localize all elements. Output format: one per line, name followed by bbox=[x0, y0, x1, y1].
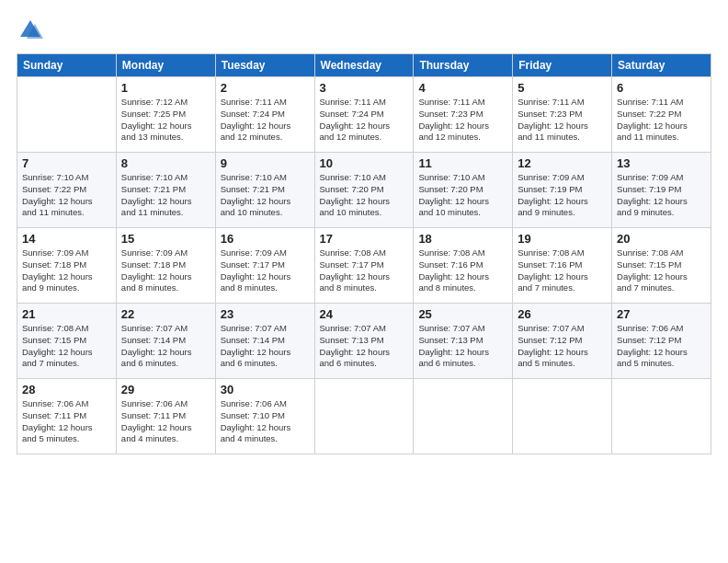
calendar-header-sunday: Sunday bbox=[17, 54, 117, 77]
day-info: Sunrise: 7:11 AM Sunset: 7:24 PM Dayligh… bbox=[221, 97, 310, 144]
calendar-cell: 26Sunrise: 7:07 AM Sunset: 7:12 PM Dayli… bbox=[513, 304, 612, 379]
day-info: Sunrise: 7:07 AM Sunset: 7:12 PM Dayligh… bbox=[518, 323, 607, 370]
calendar-cell: 22Sunrise: 7:07 AM Sunset: 7:14 PM Dayli… bbox=[116, 304, 215, 379]
header bbox=[17, 17, 711, 44]
day-info: Sunrise: 7:06 AM Sunset: 7:10 PM Dayligh… bbox=[221, 398, 310, 445]
day-info: Sunrise: 7:09 AM Sunset: 7:18 PM Dayligh… bbox=[121, 247, 210, 294]
calendar-cell: 30Sunrise: 7:06 AM Sunset: 7:10 PM Dayli… bbox=[215, 379, 314, 454]
page: SundayMondayTuesdayWednesdayThursdayFrid… bbox=[0, 0, 728, 563]
day-info: Sunrise: 7:08 AM Sunset: 7:16 PM Dayligh… bbox=[418, 247, 507, 294]
calendar-cell bbox=[314, 379, 414, 454]
calendar-cell: 9Sunrise: 7:10 AM Sunset: 7:21 PM Daylig… bbox=[215, 153, 314, 228]
calendar-cell: 3Sunrise: 7:11 AM Sunset: 7:24 PM Daylig… bbox=[314, 77, 414, 153]
calendar-cell: 11Sunrise: 7:10 AM Sunset: 7:20 PM Dayli… bbox=[414, 153, 513, 228]
calendar-cell: 10Sunrise: 7:10 AM Sunset: 7:20 PM Dayli… bbox=[314, 153, 414, 228]
day-info: Sunrise: 7:10 AM Sunset: 7:22 PM Dayligh… bbox=[22, 172, 111, 219]
day-info: Sunrise: 7:09 AM Sunset: 7:18 PM Dayligh… bbox=[22, 247, 111, 294]
calendar-cell: 1Sunrise: 7:12 AM Sunset: 7:25 PM Daylig… bbox=[116, 77, 215, 153]
calendar-header-row: SundayMondayTuesdayWednesdayThursdayFrid… bbox=[17, 54, 711, 77]
day-info: Sunrise: 7:08 AM Sunset: 7:17 PM Dayligh… bbox=[320, 247, 409, 294]
day-number: 14 bbox=[22, 232, 111, 246]
day-info: Sunrise: 7:10 AM Sunset: 7:21 PM Dayligh… bbox=[221, 172, 310, 219]
calendar-header-tuesday: Tuesday bbox=[215, 54, 314, 77]
calendar-cell: 29Sunrise: 7:06 AM Sunset: 7:11 PM Dayli… bbox=[116, 379, 215, 454]
day-number: 12 bbox=[518, 156, 607, 170]
day-number: 15 bbox=[121, 232, 210, 246]
calendar-cell: 20Sunrise: 7:08 AM Sunset: 7:15 PM Dayli… bbox=[612, 228, 711, 304]
day-info: Sunrise: 7:07 AM Sunset: 7:14 PM Dayligh… bbox=[221, 323, 310, 370]
day-number: 16 bbox=[221, 232, 310, 246]
day-number: 6 bbox=[617, 81, 706, 95]
calendar-table: SundayMondayTuesdayWednesdayThursdayFrid… bbox=[17, 53, 711, 454]
day-info: Sunrise: 7:09 AM Sunset: 7:17 PM Dayligh… bbox=[221, 247, 310, 294]
calendar-cell bbox=[17, 77, 117, 153]
day-number: 20 bbox=[617, 232, 706, 246]
day-info: Sunrise: 7:06 AM Sunset: 7:11 PM Dayligh… bbox=[22, 398, 111, 445]
day-number: 23 bbox=[221, 307, 310, 321]
day-number: 29 bbox=[121, 383, 210, 396]
day-info: Sunrise: 7:08 AM Sunset: 7:16 PM Dayligh… bbox=[518, 247, 607, 294]
calendar-week-1: 1Sunrise: 7:12 AM Sunset: 7:25 PM Daylig… bbox=[17, 77, 711, 153]
day-number: 2 bbox=[221, 81, 310, 95]
calendar-header-friday: Friday bbox=[513, 54, 612, 77]
calendar-cell: 18Sunrise: 7:08 AM Sunset: 7:16 PM Dayli… bbox=[414, 228, 513, 304]
day-number: 5 bbox=[518, 81, 607, 95]
calendar-cell: 7Sunrise: 7:10 AM Sunset: 7:22 PM Daylig… bbox=[17, 153, 117, 228]
day-info: Sunrise: 7:12 AM Sunset: 7:25 PM Dayligh… bbox=[121, 97, 210, 144]
calendar-header-thursday: Thursday bbox=[414, 54, 513, 77]
day-number: 1 bbox=[121, 81, 210, 95]
calendar-cell: 16Sunrise: 7:09 AM Sunset: 7:17 PM Dayli… bbox=[215, 228, 314, 304]
logo bbox=[17, 17, 48, 44]
day-info: Sunrise: 7:07 AM Sunset: 7:13 PM Dayligh… bbox=[320, 323, 409, 370]
day-info: Sunrise: 7:07 AM Sunset: 7:13 PM Dayligh… bbox=[418, 323, 507, 370]
calendar-cell: 8Sunrise: 7:10 AM Sunset: 7:21 PM Daylig… bbox=[116, 153, 215, 228]
day-info: Sunrise: 7:11 AM Sunset: 7:24 PM Dayligh… bbox=[320, 97, 409, 144]
day-number: 30 bbox=[221, 383, 310, 396]
day-info: Sunrise: 7:09 AM Sunset: 7:19 PM Dayligh… bbox=[518, 172, 607, 219]
day-number: 18 bbox=[418, 232, 507, 246]
calendar-cell: 17Sunrise: 7:08 AM Sunset: 7:17 PM Dayli… bbox=[314, 228, 414, 304]
day-info: Sunrise: 7:10 AM Sunset: 7:20 PM Dayligh… bbox=[418, 172, 507, 219]
calendar-cell: 13Sunrise: 7:09 AM Sunset: 7:19 PM Dayli… bbox=[612, 153, 711, 228]
calendar-cell: 6Sunrise: 7:11 AM Sunset: 7:22 PM Daylig… bbox=[612, 77, 711, 153]
calendar-cell: 28Sunrise: 7:06 AM Sunset: 7:11 PM Dayli… bbox=[17, 379, 117, 454]
calendar-cell: 14Sunrise: 7:09 AM Sunset: 7:18 PM Dayli… bbox=[17, 228, 117, 304]
day-info: Sunrise: 7:09 AM Sunset: 7:19 PM Dayligh… bbox=[617, 172, 706, 219]
day-number: 13 bbox=[617, 156, 706, 170]
day-number: 8 bbox=[121, 156, 210, 170]
calendar-week-2: 7Sunrise: 7:10 AM Sunset: 7:22 PM Daylig… bbox=[17, 153, 711, 228]
day-number: 9 bbox=[221, 156, 310, 170]
calendar-cell: 12Sunrise: 7:09 AM Sunset: 7:19 PM Dayli… bbox=[513, 153, 612, 228]
day-info: Sunrise: 7:06 AM Sunset: 7:11 PM Dayligh… bbox=[121, 398, 210, 445]
calendar-cell: 15Sunrise: 7:09 AM Sunset: 7:18 PM Dayli… bbox=[116, 228, 215, 304]
day-number: 27 bbox=[617, 307, 706, 321]
day-info: Sunrise: 7:11 AM Sunset: 7:22 PM Dayligh… bbox=[617, 97, 706, 144]
day-number: 25 bbox=[418, 307, 507, 321]
day-info: Sunrise: 7:08 AM Sunset: 7:15 PM Dayligh… bbox=[22, 323, 111, 370]
calendar-week-3: 14Sunrise: 7:09 AM Sunset: 7:18 PM Dayli… bbox=[17, 228, 711, 304]
calendar-cell: 23Sunrise: 7:07 AM Sunset: 7:14 PM Dayli… bbox=[215, 304, 314, 379]
calendar-week-5: 28Sunrise: 7:06 AM Sunset: 7:11 PM Dayli… bbox=[17, 379, 711, 454]
calendar-cell: 2Sunrise: 7:11 AM Sunset: 7:24 PM Daylig… bbox=[215, 77, 314, 153]
day-number: 10 bbox=[320, 156, 409, 170]
day-info: Sunrise: 7:11 AM Sunset: 7:23 PM Dayligh… bbox=[418, 97, 507, 144]
calendar-cell bbox=[414, 379, 513, 454]
day-number: 4 bbox=[418, 81, 507, 95]
day-info: Sunrise: 7:10 AM Sunset: 7:20 PM Dayligh… bbox=[320, 172, 409, 219]
day-number: 17 bbox=[320, 232, 409, 246]
calendar-week-4: 21Sunrise: 7:08 AM Sunset: 7:15 PM Dayli… bbox=[17, 304, 711, 379]
day-number: 28 bbox=[22, 383, 111, 396]
day-number: 24 bbox=[320, 307, 409, 321]
calendar-cell: 4Sunrise: 7:11 AM Sunset: 7:23 PM Daylig… bbox=[414, 77, 513, 153]
calendar-cell bbox=[513, 379, 612, 454]
calendar-cell: 25Sunrise: 7:07 AM Sunset: 7:13 PM Dayli… bbox=[414, 304, 513, 379]
day-info: Sunrise: 7:10 AM Sunset: 7:21 PM Dayligh… bbox=[121, 172, 210, 219]
calendar-cell: 27Sunrise: 7:06 AM Sunset: 7:12 PM Dayli… bbox=[612, 304, 711, 379]
day-number: 11 bbox=[418, 156, 507, 170]
day-info: Sunrise: 7:06 AM Sunset: 7:12 PM Dayligh… bbox=[617, 323, 706, 370]
calendar-cell bbox=[612, 379, 711, 454]
day-info: Sunrise: 7:11 AM Sunset: 7:23 PM Dayligh… bbox=[518, 97, 607, 144]
calendar-cell: 21Sunrise: 7:08 AM Sunset: 7:15 PM Dayli… bbox=[17, 304, 117, 379]
day-number: 7 bbox=[22, 156, 111, 170]
day-number: 21 bbox=[22, 307, 111, 321]
